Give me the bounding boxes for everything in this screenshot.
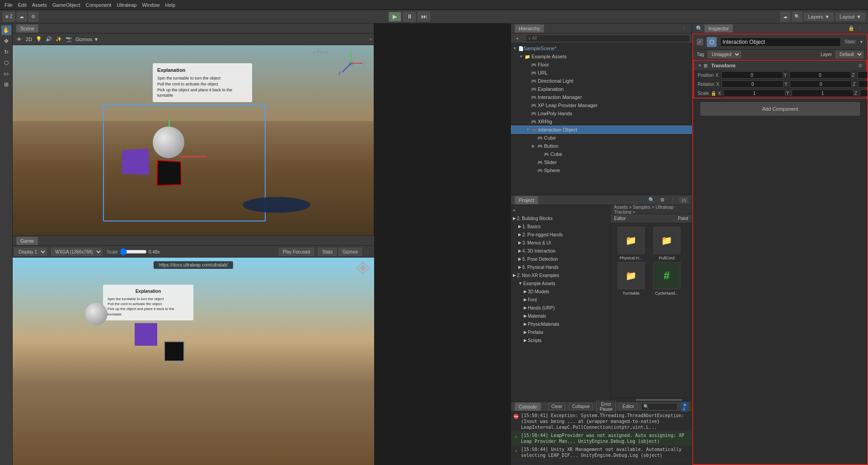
ptree-scripts[interactable]: ▶ Scripts: [511, 336, 610, 344]
hierarchy-item-floor[interactable]: 🎮 Floor: [511, 61, 692, 69]
ptree-physicmaterials[interactable]: ▶ PhysicMaterials: [511, 320, 610, 328]
inspector-lock-btn[interactable]: 🔒: [847, 24, 856, 33]
hierarchy-scene-root[interactable]: ▼ 📄 SampleScene*: [511, 44, 692, 52]
rotate-tool-btn[interactable]: ↻: [1, 47, 11, 57]
transform-settings-icon[interactable]: ⚙: [858, 63, 863, 69]
play-focused-btn[interactable]: Play Focused: [279, 248, 314, 256]
ptree-nonxr[interactable]: ▶ 2. Non-XR Examples: [511, 271, 610, 279]
ptree-physicalhands[interactable]: ▶ 6. Physical Hands: [511, 263, 610, 271]
hierarchy-item-lowpolyhands[interactable]: 🎮 LowPoly Hands: [511, 109, 692, 117]
hierarchy-tab[interactable]: Hierarchy: [515, 24, 544, 33]
collapse-btn[interactable]: Collapse: [569, 403, 593, 410]
hierarchy-item-xpleap[interactable]: 🎮 XP Leap Provider Manager: [511, 101, 692, 109]
game-dropdown-select[interactable]: Display 1: [14, 248, 47, 256]
hierarchy-item-interaction-object[interactable]: ▼ 🎮 Interaction Object: [511, 126, 692, 134]
ptree-prerigged[interactable]: ▶ 2. Pre-rigged Hands: [511, 230, 610, 239]
inspector-tab[interactable]: Inspector: [704, 24, 733, 33]
hierarchy-item-url[interactable]: 🎮 URL: [511, 69, 692, 77]
project-settings-btn[interactable]: ⚙: [658, 196, 667, 205]
hierarchy-search-input[interactable]: [526, 35, 690, 42]
play-button[interactable]: ▶: [389, 12, 401, 22]
menu-assets[interactable]: Assets: [29, 1, 50, 9]
scale-slider[interactable]: [120, 249, 147, 254]
move-tool-btn[interactable]: ✥: [1, 36, 11, 46]
cloud-btn[interactable]: ☁: [17, 12, 27, 22]
position-y-input[interactable]: [789, 71, 851, 79]
resolution-dropdown[interactable]: WXGA (1366x768): [51, 248, 103, 256]
transform-header[interactable]: ▼ ⊞ Transform ⚙: [694, 61, 866, 70]
scene-2d-btn[interactable]: 2D: [24, 35, 33, 44]
project-tab[interactable]: Project: [515, 196, 538, 204]
ptree-materials[interactable]: ▶ Materials: [511, 312, 610, 320]
hierarchy-item-explanation[interactable]: 🎮 Explanation: [511, 85, 692, 93]
pause-button[interactable]: ⏸: [403, 12, 416, 22]
hierarchy-item-example-assets[interactable]: ▼ 📁 Example Assets: [511, 52, 692, 61]
hand-tool-btn[interactable]: ✋: [1, 25, 11, 35]
ptree-add-btn[interactable]: +: [511, 206, 610, 214]
project-more-btn[interactable]: ⋮: [669, 197, 677, 203]
scene-gizmos-btn[interactable]: Gizmos ▼: [74, 35, 100, 44]
console-msg-3[interactable]: ⚠ [15:50:44] Unity XR Management not ava…: [511, 446, 692, 460]
inspector-more-btn[interactable]: ⋮: [856, 25, 864, 31]
console-msg-2[interactable]: ⚠ [15:50:44] LeapProvider was not assign…: [511, 432, 692, 446]
hierarchy-add-btn[interactable]: +: [513, 34, 522, 43]
hierarchy-item-slider[interactable]: 🎮 Slider: [511, 158, 692, 166]
object-active-checkbox[interactable]: ✓: [697, 39, 703, 45]
console-tab[interactable]: Console: [515, 403, 541, 411]
game-more-btn[interactable]: ⋮: [364, 249, 372, 255]
hierarchy-item-dirlight[interactable]: 🎮 Directional Light: [511, 77, 692, 85]
scene-tab[interactable]: Scene: [16, 24, 38, 33]
scene-cube-black[interactable]: [156, 160, 182, 186]
search-btn[interactable]: 🔍: [792, 12, 802, 22]
scale-tool-btn[interactable]: ⬡: [1, 58, 11, 68]
hierarchy-item-button[interactable]: ▶ 🎮 Button: [511, 142, 692, 150]
rect-tool-btn[interactable]: ▭: [1, 69, 11, 79]
step-button[interactable]: ⏭: [418, 12, 430, 22]
hierarchy-item-sphere[interactable]: 🎮 Sphere: [511, 166, 692, 174]
scene-sphere-object[interactable]: [153, 127, 184, 158]
console-msg-1[interactable]: ⛔ [15:50:41] Exception: System.Threading…: [511, 412, 692, 432]
transform-tool-btn[interactable]: ⊕ Z: [3, 12, 15, 22]
rotation-y-input[interactable]: [790, 80, 852, 88]
menu-help[interactable]: Help: [163, 1, 178, 9]
ptree-posedetection[interactable]: ▶ 5. Pose Detection: [511, 255, 610, 263]
menu-component[interactable]: Component: [83, 1, 114, 9]
hierarchy-item-interactionmgr[interactable]: 🎮 Interaction Manager: [511, 93, 692, 101]
scene-cube-purple[interactable]: [122, 149, 149, 175]
position-z-input[interactable]: [858, 71, 868, 79]
scene-light-btn[interactable]: 💡: [34, 35, 43, 44]
scene-camera-btn[interactable]: 📷: [64, 35, 73, 44]
menu-ultraleap[interactable]: Ultraleap: [114, 1, 139, 9]
scale-x-input[interactable]: [723, 89, 785, 97]
ptree-hands-urp[interactable]: ▶ Hands (URP): [511, 304, 610, 312]
ptree-building-blocks[interactable]: ▶ 2. Building Blocks: [511, 214, 610, 222]
hierarchy-item-xrrig[interactable]: 🎮 XRRig: [511, 117, 692, 126]
asset-physical-hands[interactable]: 📁 Physical H...: [614, 227, 648, 260]
layer-dropdown[interactable]: Default: [835, 51, 863, 58]
object-name-input[interactable]: [720, 38, 841, 47]
hierarchy-item-cube[interactable]: 🎮 Cube: [511, 134, 692, 142]
clear-btn[interactable]: Clear: [548, 403, 565, 410]
add-component-btn[interactable]: Add Component: [700, 102, 860, 116]
menu-window[interactable]: Window: [139, 1, 162, 9]
asset-pullcord[interactable]: 📁 PullCord: [650, 227, 684, 260]
asset-turntable[interactable]: 📁 Turntable: [614, 262, 648, 296]
hierarchy-item-cube2[interactable]: 🎮 Cube: [511, 150, 692, 158]
scene-fx-btn[interactable]: ✨: [54, 35, 63, 44]
rotation-x-input[interactable]: [722, 80, 784, 88]
tag-dropdown[interactable]: Untagged: [708, 51, 741, 58]
hierarchy-more-btn[interactable]: ⋮: [680, 25, 688, 31]
scene-audio-btn[interactable]: 🔊: [44, 35, 53, 44]
layout-dropdown[interactable]: Layout ▼: [835, 13, 865, 21]
scale-y-input[interactable]: [792, 89, 854, 97]
ptree-3dinteraction[interactable]: ▶ 4. 3D Interaction: [511, 247, 610, 255]
settings-btn[interactable]: ⚙: [28, 12, 38, 22]
menu-edit[interactable]: Edit: [15, 1, 29, 9]
asset-cyclehand[interactable]: # CycleHand...: [650, 262, 684, 296]
position-x-input[interactable]: [721, 71, 783, 79]
ptree-prefabs[interactable]: ▶ Prefabs: [511, 328, 610, 336]
collab-btn[interactable]: ☁: [780, 12, 790, 22]
gizmos-game-btn[interactable]: Gizmos: [338, 248, 362, 256]
scale-z-input[interactable]: [860, 89, 868, 97]
ptree-example-assets[interactable]: ▼ Example Assets: [511, 279, 610, 287]
